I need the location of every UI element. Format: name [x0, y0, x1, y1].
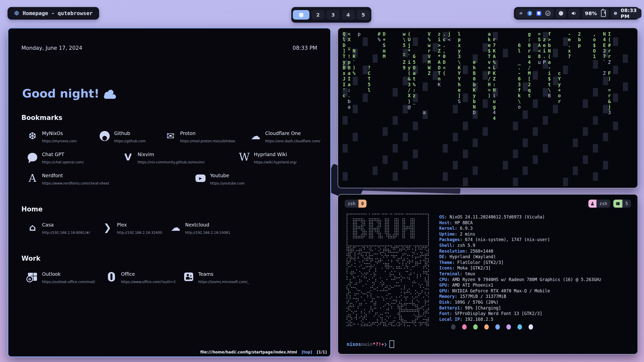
matrix-glyph: c: [443, 37, 446, 42]
matrix-glyph: M: [383, 54, 385, 59]
tmux-session-name: zsh: [596, 200, 610, 208]
fetch-value: : SFProDisplay Nerd Font 13 [GTK2/3]: [450, 311, 542, 316]
matrix-glyph: ): [488, 93, 491, 98]
recorder-pill[interactable]: [556, 9, 566, 18]
check-circle-icon[interactable]: [545, 11, 551, 16]
matrix-glyph: .: [543, 54, 546, 59]
matrix-glyph: q: [528, 87, 531, 93]
fetch-label: Local IP: [439, 317, 460, 322]
fetch-label: OS: [439, 214, 444, 219]
qutebrowser-window[interactable]: Monday, June 17, 2024 08:33 PM Good nigh…: [8, 28, 331, 357]
bookmark-item-nixvim[interactable]: VNixvimhttps://nix-community.github.io/n…: [123, 152, 239, 164]
matrix-glyph: <: [448, 37, 451, 42]
matrix-glyph: F: [608, 70, 611, 76]
clock-time: 08:33 PM: [621, 7, 638, 19]
bookmark-item-teams[interactable]: Teamshttps://teams.microsoft.com/_: [183, 271, 249, 284]
bookmark-item-nextcloud[interactable]: ☁Nextcloudhttp://192.168.2.16:10081: [170, 222, 230, 235]
matrix-glyph: Z: [603, 70, 606, 76]
fetch-label: Theme: [439, 260, 452, 265]
matrix-trail-block: [413, 150, 418, 158]
workspace-button-1[interactable]: [293, 10, 309, 20]
fetch-label: CPU: [439, 277, 447, 282]
matrix-glyph: K: [353, 54, 355, 59]
tmux-window-segment[interactable]: zsh 0: [345, 200, 367, 208]
matrix-glyph: $: [488, 48, 491, 54]
clock-pill[interactable]: 08:33 PM: [611, 9, 641, 18]
bookmark-item-plex[interactable]: ❯Plexhttp://192.168.2.16:32400: [102, 222, 170, 235]
workspace-button-4[interactable]: 4: [342, 10, 355, 20]
battery-pill[interactable]: 98%: [582, 9, 609, 18]
matrix-glyph: b: [473, 82, 475, 87]
matrix-glyph: x: [568, 48, 571, 54]
fetch-value: : tmux: [460, 271, 475, 276]
tmux-session-segment[interactable]: zsh: [588, 200, 610, 208]
workspace-button-2[interactable]: 2: [311, 10, 325, 20]
matrix-glyph: <: [538, 48, 541, 54]
matrix-glyph: 5: [403, 42, 406, 48]
bookmark-item-hyprland-wiki[interactable]: WHyprland Wikihttps://wiki.hyprland.org/: [239, 152, 297, 164]
matrix-trail-block: [553, 49, 558, 57]
bookmark-item-proton[interactable]: ✉Protonhttps://mail.proton.me/u/0/inbox: [165, 130, 250, 143]
matrix-trail-block: [603, 77, 608, 85]
bookmark-label: Proton: [180, 130, 235, 136]
matrix-glyph: 6: [518, 42, 521, 48]
matrix-trail-block: [363, 37, 368, 46]
fetch-value: : 674 (nix-system), 1747 (nix-user): [460, 237, 550, 242]
bookmark-item-casa[interactable]: ⌂Casahttp://192.168.2.16:8081/#/: [27, 222, 102, 235]
bookmark-item-chat-gpt[interactable]: Chat GPThttps://chat.openai.com/: [27, 152, 123, 164]
bookmark-item-youtube[interactable]: Youtubehttps://youtube.com: [195, 173, 245, 185]
matrix-glyph: B: [473, 70, 475, 76]
matrix-glyph: ): [408, 99, 411, 104]
bluetooth-icon[interactable]: [527, 11, 533, 16]
fetch-value: : Moka [GTK2/3]: [452, 265, 491, 270]
system-tray[interactable]: [515, 9, 554, 18]
bookmark-item-nerdfont[interactable]: ANerdfonthttps://www.nerdfonts.com/cheat…: [27, 173, 195, 185]
matrix-glyph: Y: [458, 70, 461, 76]
network-arrows-icon[interactable]: [518, 11, 524, 16]
tmux-pane-segment[interactable]: 5: [613, 200, 631, 208]
bookmark-item-cloudflare-one[interactable]: ☁Cloudflare Onehttps://one.dash.cloudfla…: [250, 130, 320, 143]
tmux-terminal-window[interactable]: zsh 0 zsh 5 OS: NixOS 24.11.20240612.57d…: [338, 194, 638, 354]
teams-icon: [183, 271, 194, 282]
fetch-value: : 6.9.3: [455, 226, 473, 231]
statusbar-tab-index: [1/1]: [317, 350, 327, 354]
matrix-glyph: r: [608, 48, 611, 54]
battery-percent: 98%: [585, 10, 597, 16]
matrix-glyph: Q: [343, 31, 345, 37]
bookmark-label: Github: [114, 130, 146, 136]
matrix-trail-block: [563, 178, 568, 186]
matrix-glyph: 0: [528, 42, 531, 48]
matrix-trail-block: [613, 122, 618, 130]
matrix-glyph: b: [578, 37, 581, 42]
workspace-button-5[interactable]: 5: [357, 10, 370, 20]
workspace-button-3[interactable]: 3: [327, 10, 340, 20]
matrix-glyph: j: [448, 31, 451, 37]
shell-prompt[interactable]: nixos main *?!+ ❯: [347, 340, 394, 348]
matrix-glyph: (: [408, 70, 411, 76]
matrix-glyph: m: [383, 48, 385, 54]
matrix-glyph: 3: [518, 82, 521, 87]
startpage-time: 08:33 PM: [293, 45, 317, 51]
bookmark-item-office[interactable]: Officehttps://www.office.com/?auth=2: [106, 271, 183, 284]
shield-icon[interactable]: [536, 11, 542, 16]
matrix-glyph: z: [413, 93, 416, 98]
active-window-title-pill: ❆ Homepage - qutebrowser: [8, 7, 99, 20]
matrix-glyph: `: [353, 59, 355, 65]
bookmark-item-github[interactable]: Githubhttps://github.com: [99, 130, 165, 143]
fetch-label: Disk: [439, 300, 450, 305]
palette-dot: [495, 324, 500, 330]
matrix-terminal-window[interactable]: QlD]TyBxJI'c<X_^!pBaIa:.baNK`)%p?CT5l#%D…: [338, 28, 638, 188]
workspace-switcher[interactable]: 2345: [291, 7, 371, 23]
volume-pill[interactable]: [568, 9, 580, 18]
bookmark-item-mynixos[interactable]: ❆MyNixOshttps://mynixos.com: [27, 130, 99, 143]
active-workspace-icon: [299, 13, 303, 17]
matrix-glyph: u: [538, 59, 541, 65]
matrix-glyph: a: [348, 104, 350, 110]
matrix-glyph: S: [538, 37, 541, 42]
matrix-glyph: :: [528, 37, 531, 42]
matrix-glyph: D: [343, 42, 345, 48]
matrix-glyph: P: [543, 59, 546, 65]
terminal-cursor: [389, 340, 394, 348]
bookmark-item-outlook[interactable]: Outlookhttps://outlook.office.com/mail/: [27, 271, 106, 284]
matrix-glyph: K: [473, 87, 475, 93]
